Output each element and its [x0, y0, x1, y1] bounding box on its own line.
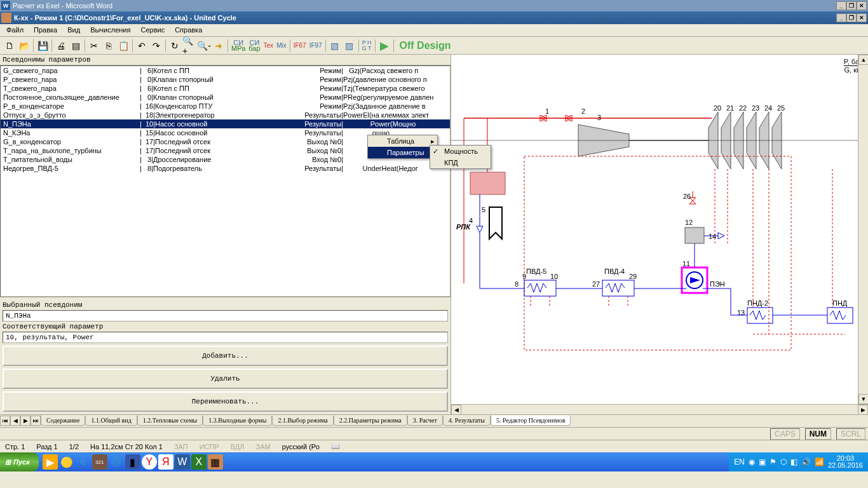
selected-alias-value[interactable]: N_ПЭНа — [3, 310, 448, 322]
alias-row[interactable]: Недогрев_ПВД-5| 8|ПодогревательРезультат… — [1, 164, 450, 173]
zoom-out-icon[interactable]: 🔍- — [197, 39, 211, 53]
tab-nav-next-icon[interactable]: ▶ — [20, 416, 31, 426]
tray-icon5[interactable]: ◧ — [790, 458, 797, 466]
alias-list[interactable]: G_свежего_пара| 6|Котел с ППРежим| Gzj(Р… — [0, 65, 451, 297]
ql-app1-icon[interactable]: ▮ — [125, 454, 140, 470]
if67-button[interactable]: IF67 — [292, 39, 308, 53]
book-icon[interactable]: 📖 — [331, 442, 340, 451]
ctx-table[interactable]: Таблица▸ — [368, 135, 437, 147]
ql-mail-icon[interactable]: @ — [109, 454, 124, 470]
menu-calc[interactable]: Вычисления — [85, 24, 135, 36]
uc-close-button[interactable]: ✕ — [857, 13, 867, 22]
tray-icon3[interactable]: ⚑ — [770, 458, 776, 466]
undo-icon[interactable]: ↶ — [135, 39, 149, 53]
tray-volume-icon[interactable]: 🔊 — [801, 458, 811, 466]
redo-icon[interactable]: ↷ — [149, 39, 163, 53]
cut-icon[interactable]: ✂ — [87, 39, 101, 53]
tab-mode-select[interactable]: 2.1.Выбор режима — [272, 416, 333, 426]
chart1-icon[interactable]: ▧ — [328, 39, 342, 53]
tab-thermal-schemes[interactable]: 1.2.Тепловые схемы — [137, 416, 203, 426]
open-icon[interactable]: 📂 — [17, 39, 31, 53]
alias-row[interactable]: T_свежего_пара| 6|Котел с ППРежим|Tzj(Те… — [1, 84, 450, 93]
uc-minimize-button[interactable]: _ — [836, 13, 846, 22]
tray-network-icon[interactable]: 📶 — [815, 458, 824, 466]
si-mpa-button[interactable]: СИМРа — [230, 39, 247, 53]
tab-alias-editor[interactable]: 5. Редактор Псевдонимов — [491, 416, 571, 426]
alias-row[interactable]: Отпуск_э_э_брутто| 18|ЭлектрогенераторРе… — [1, 111, 450, 119]
alias-row[interactable]: P_в_конденсаторе| 16|Конденсатор ПТУРежи… — [1, 102, 450, 111]
ql-ya-icon[interactable]: Я — [158, 454, 173, 470]
menu-service[interactable]: Сервис — [135, 24, 170, 36]
alias-row[interactable]: N_ПЭНа| 10|Насос основнойРезультаты| Pow… — [1, 119, 450, 128]
tray-lang[interactable]: EN — [734, 458, 745, 466]
tray-icon1[interactable]: ◉ — [749, 458, 755, 466]
uc-icon — [1, 13, 11, 23]
menu-edit[interactable]: Правка — [29, 24, 62, 36]
ql-media-icon[interactable]: ▶ — [43, 454, 58, 470]
print-icon[interactable]: 🖨 — [54, 39, 68, 53]
new-icon[interactable]: 🗋 — [3, 39, 17, 53]
refresh-icon[interactable]: ↻ — [168, 39, 182, 53]
start-button[interactable]: ⊞ Пуск — [0, 452, 39, 471]
chart2-icon[interactable]: ▨ — [342, 39, 356, 53]
horizontal-scrollbar[interactable]: ◀ ▶ — [451, 404, 868, 414]
delete-button[interactable]: Удалить — [3, 369, 448, 389]
tab-results[interactable]: 4. Результаты — [443, 416, 491, 426]
menu-file[interactable]: Файл — [1, 24, 29, 36]
tray-clock[interactable]: 20:03 22.05.2016 — [828, 455, 863, 469]
ql-app2-icon[interactable]: ▦ — [208, 454, 223, 470]
add-button[interactable]: Добавить... — [3, 346, 448, 366]
tex-button[interactable]: Tex — [262, 39, 275, 53]
tab-output-forms[interactable]: 1.3.Выходные формы — [203, 416, 272, 426]
scroll-left-icon[interactable]: ◀ — [451, 405, 461, 414]
word-restore-button[interactable]: ❐ — [846, 1, 857, 10]
tab-calc[interactable]: 3. Расчет — [407, 416, 443, 426]
thermal-diagram[interactable]: 1 2 3 20 21 22 23 24 — [451, 55, 868, 414]
ql-excel-icon[interactable]: X — [191, 454, 207, 470]
tab-mode-params[interactable]: 2.2.Параметры режима — [334, 416, 407, 426]
scroll-right-icon[interactable]: ▶ — [858, 405, 868, 414]
scroll-down-icon[interactable]: ▼ — [858, 394, 868, 404]
svg-text:25: 25 — [777, 104, 785, 112]
svg-text:8: 8 — [515, 280, 519, 288]
alias-row[interactable]: P_свежего_пара| 0|Клапан стопорныйРежим|… — [1, 75, 450, 84]
ctx-kpd[interactable]: КПД — [430, 157, 491, 168]
menu-view[interactable]: Вид — [62, 24, 85, 36]
ctx-parameters[interactable]: Параметры▸ — [368, 147, 437, 158]
zoom-in-icon[interactable]: 🔍+ — [182, 39, 196, 53]
print-preview-icon[interactable]: ▤ — [69, 39, 83, 53]
alias-row[interactable]: G_свежего_пара| 6|Котел с ППРежим| Gzj(Р… — [1, 66, 450, 75]
ql-mpc-icon[interactable]: 321 — [92, 454, 107, 470]
tab-nav-last-icon[interactable]: ⏭ — [31, 416, 41, 426]
ql-chrome-icon[interactable]: 🟡 — [59, 454, 74, 470]
svg-text:ПВД-4: ПВД-4 — [604, 268, 625, 275]
si-bar-button[interactable]: СИбар — [247, 39, 261, 53]
ctx-power[interactable]: ✓Мощность — [430, 146, 491, 157]
mix-button[interactable]: Mix — [275, 39, 288, 53]
corresponding-param-value[interactable]: 10, результаты, Power — [3, 332, 448, 343]
tab-nav-first-icon[interactable]: ⏮ — [0, 416, 10, 426]
ql-yandex-icon[interactable]: Y — [142, 454, 157, 470]
phgt-button[interactable]: P H G T — [361, 39, 373, 53]
menu-help[interactable]: Справка — [170, 24, 207, 36]
vertical-scrollbar[interactable]: ▲ ▼ — [858, 55, 868, 404]
if97-button[interactable]: IF97 — [308, 39, 323, 53]
rename-button[interactable]: Переименовать... — [3, 391, 448, 412]
ql-word-icon[interactable]: W — [175, 454, 190, 470]
tab-nav-prev-icon[interactable]: ◀ — [10, 416, 20, 426]
tab-contents[interactable]: Содержание — [41, 416, 85, 426]
save-icon[interactable]: 💾 — [36, 39, 50, 53]
arrow-right-icon[interactable]: ➜ — [212, 39, 226, 53]
word-minimize-button[interactable]: _ — [836, 1, 846, 10]
alias-row[interactable]: Постоянное_скользящее_давление| 0|Клапан… — [1, 93, 450, 102]
play-icon[interactable]: ▶ — [377, 39, 391, 53]
uc-restore-button[interactable]: ❐ — [846, 13, 857, 22]
ql-ie-icon[interactable]: e — [76, 454, 91, 470]
paste-icon[interactable]: 📋 — [116, 39, 130, 53]
tab-general-view[interactable]: 1.1.Общий вид — [85, 416, 137, 426]
scroll-up-icon[interactable]: ▲ — [858, 55, 868, 65]
tray-icon4[interactable]: ⬡ — [780, 458, 787, 466]
tray-icon2[interactable]: ▣ — [759, 458, 766, 466]
copy-icon[interactable]: ⎘ — [102, 39, 116, 53]
word-close-button[interactable]: ✕ — [857, 1, 867, 10]
